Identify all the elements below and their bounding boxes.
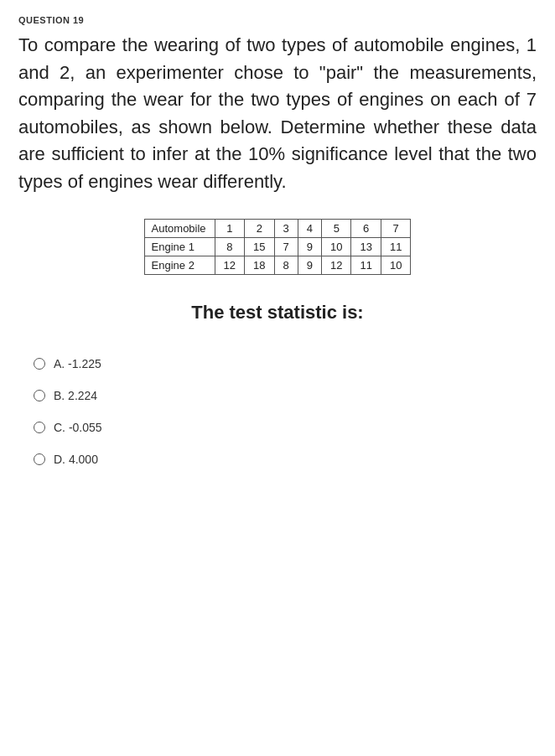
engine1-val3: 7 (274, 238, 298, 256)
engine2-val7: 10 (381, 256, 410, 275)
option-d-label: D. 4.000 (54, 453, 98, 466)
question-label: QUESTION 19 (18, 15, 537, 25)
engine1-label: Engine 1 (144, 238, 215, 256)
table-header-7: 7 (381, 220, 410, 238)
engine2-val2: 18 (245, 256, 274, 275)
table-row-engine1: Engine 1 8 15 7 9 10 13 11 (144, 238, 411, 256)
data-table: Automobile 1 2 3 4 5 6 7 Engine 1 8 15 7… (144, 219, 412, 275)
test-statistic-label: The test statistic is: (18, 302, 537, 324)
option-d[interactable]: D. 4.000 (34, 453, 537, 466)
table-header-2: 2 (245, 220, 274, 238)
engine1-val2: 15 (245, 238, 274, 256)
option-a[interactable]: A. -1.225 (34, 357, 537, 370)
engine1-val4: 9 (298, 238, 321, 256)
options-section: A. -1.225 B. 2.224 C. -0.055 D. 4.000 (18, 357, 537, 466)
option-c[interactable]: C. -0.055 (34, 421, 537, 434)
engine2-val3: 8 (274, 256, 298, 275)
engine1-val6: 13 (351, 238, 381, 256)
engine2-val6: 11 (351, 256, 381, 275)
engine1-val1: 8 (215, 238, 244, 256)
option-b-label: B. 2.224 (54, 389, 97, 402)
table-row-engine2: Engine 2 12 18 8 9 12 11 10 (144, 256, 411, 275)
table-header-5: 5 (322, 220, 351, 238)
engine2-val5: 12 (322, 256, 351, 275)
table-header-1: 1 (215, 220, 244, 238)
radio-d[interactable] (34, 453, 45, 465)
table-header-6: 6 (351, 220, 381, 238)
table-header-automobile: Automobile (144, 220, 215, 238)
option-a-label: A. -1.225 (54, 357, 101, 370)
radio-b[interactable] (34, 390, 45, 401)
table-header-3: 3 (274, 220, 298, 238)
engine1-val5: 10 (322, 238, 351, 256)
engine2-label: Engine 2 (144, 256, 215, 275)
table-header-4: 4 (298, 220, 321, 238)
option-b[interactable]: B. 2.224 (34, 389, 537, 402)
engine1-val7: 11 (381, 238, 410, 256)
question-text: To compare the wearing of two types of a… (18, 32, 537, 195)
radio-c[interactable] (34, 422, 45, 433)
option-c-label: C. -0.055 (54, 421, 102, 434)
radio-a[interactable] (34, 358, 45, 370)
engine2-val1: 12 (215, 256, 244, 275)
engine2-val4: 9 (298, 256, 321, 275)
data-table-wrapper: Automobile 1 2 3 4 5 6 7 Engine 1 8 15 7… (18, 219, 537, 275)
